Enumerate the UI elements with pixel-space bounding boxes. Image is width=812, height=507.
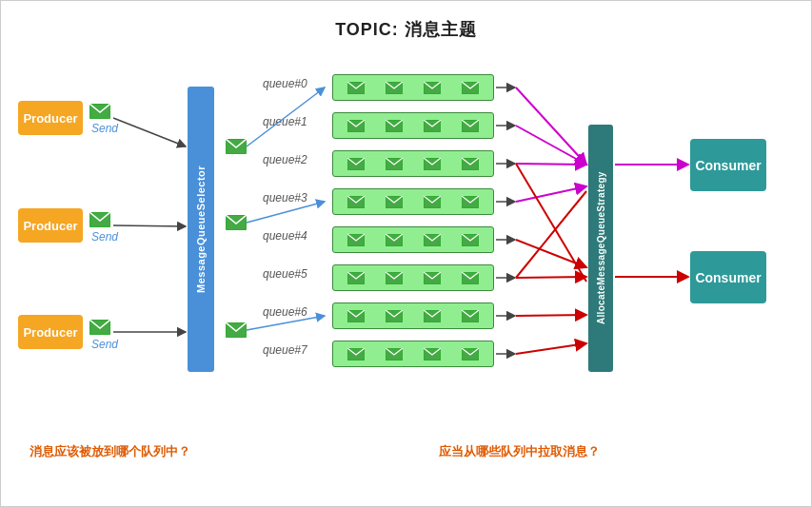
svg-line-46 bbox=[247, 202, 325, 223]
email-icon-mqs-3 bbox=[226, 322, 247, 341]
queue-msg-box-5 bbox=[332, 264, 494, 291]
svg-line-66 bbox=[516, 191, 586, 278]
email-icon-p1 bbox=[89, 104, 110, 119]
queue-msg-box-2 bbox=[332, 150, 494, 177]
svg-line-67 bbox=[516, 164, 586, 282]
queue-label-7: queue#7 bbox=[263, 343, 307, 357]
queue-msg-box-0 bbox=[332, 74, 494, 101]
question-left: 消息应该被放到哪个队列中？ bbox=[30, 443, 190, 460]
svg-line-56 bbox=[516, 88, 586, 165]
producer-1: Producer bbox=[18, 101, 83, 135]
queue-label-4: queue#4 bbox=[263, 229, 307, 243]
email-icon-mqs-2 bbox=[226, 215, 247, 234]
page-title: TOPIC: 消息主题 bbox=[1, 1, 811, 41]
svg-line-58 bbox=[516, 164, 586, 165]
amqs-bar: AllocateMessageQueueStrategy bbox=[588, 125, 613, 372]
queue-msg-box-4 bbox=[332, 226, 494, 253]
question-right: 应当从哪些队列中拉取消息？ bbox=[439, 443, 600, 460]
svg-line-60 bbox=[516, 240, 586, 267]
queue-msg-box-7 bbox=[332, 341, 494, 367]
svg-line-57 bbox=[516, 126, 586, 165]
producer-3: Producer bbox=[18, 315, 83, 349]
email-icon-p3 bbox=[89, 320, 110, 335]
queue-msg-box-6 bbox=[332, 302, 494, 329]
producer-2: Producer bbox=[18, 208, 83, 243]
svg-line-63 bbox=[516, 343, 586, 354]
svg-line-42 bbox=[113, 118, 186, 146]
queue-label-3: queue#3 bbox=[263, 191, 307, 205]
svg-line-43 bbox=[113, 225, 186, 226]
svg-line-59 bbox=[516, 186, 586, 202]
send-label-2: Send bbox=[91, 230, 118, 244]
queue-label-0: queue#0 bbox=[263, 77, 307, 90]
svg-line-62 bbox=[516, 315, 586, 316]
queue-label-6: queue#6 bbox=[263, 305, 307, 319]
queue-label-2: queue#2 bbox=[263, 153, 307, 166]
send-label-3: Send bbox=[91, 338, 118, 351]
queue-label-5: queue#5 bbox=[263, 267, 307, 281]
queue-label-1: queue#1 bbox=[263, 115, 307, 128]
svg-line-61 bbox=[516, 277, 586, 278]
email-icon-p2 bbox=[89, 212, 110, 227]
email-icon-mqs-1 bbox=[226, 139, 247, 158]
queue-msg-box-3 bbox=[332, 188, 494, 215]
queue-msg-box-1 bbox=[332, 112, 494, 139]
mqs-bar: MessageQueueSelector bbox=[188, 87, 214, 372]
consumer-1: Consumer bbox=[690, 139, 766, 191]
consumer-2: Consumer bbox=[690, 251, 766, 303]
send-label-1: Send bbox=[91, 122, 118, 135]
main-container: TOPIC: 消息主题 Producer Producer Producer S… bbox=[0, 0, 812, 507]
